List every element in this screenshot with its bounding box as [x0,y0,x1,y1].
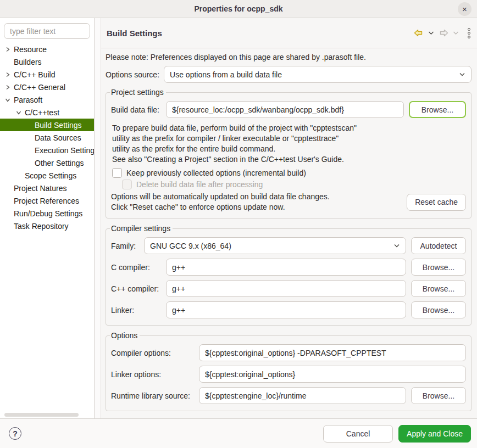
project-settings-legend: Project settings [110,88,166,97]
sidebar-item-cpp-general[interactable]: C/C++ General [0,81,94,93]
linker-browse-button[interactable]: Browse... [411,301,466,318]
options-group: Options Compiler options: Linker options… [106,331,472,411]
compiler-settings-legend: Compiler settings [110,224,173,233]
chevron-down-icon[interactable] [14,110,23,115]
linker-options-label: Linker options: [111,370,199,379]
page-header: Build Settings [101,18,477,48]
sidebar-item-cpp-build[interactable]: C/C++ Build [0,68,94,81]
apply-and-close-button[interactable]: Apply and Close [398,425,471,443]
keep-options-checkbox-row[interactable]: Keep previously collected options (incre… [112,168,466,178]
sidebar-item-resource[interactable]: Resource [0,43,94,55]
page-content: Please note: Preferences displayed on th… [101,48,477,418]
sidebar-item-project-references[interactable]: Project References [0,194,94,207]
sidebar-item-parasoft[interactable]: Parasoft [0,93,94,106]
chevron-right-icon[interactable] [3,47,12,52]
linker-input[interactable] [166,301,406,318]
linker-options-input[interactable] [199,366,466,383]
runtime-library-input[interactable] [199,387,406,404]
cpp-compiler-label: C++ compiler: [111,284,166,293]
back-history-chevron-icon[interactable] [428,31,434,35]
build-data-file-help: To prepare build data file, perform buil… [112,123,466,165]
properties-dialog: Properties for ocpp_sdk × Resource Build… [0,0,477,448]
auto-update-note: Options will be automatically updated on… [111,192,407,212]
compiler-options-input[interactable] [199,344,466,361]
project-settings-group: Project settings Build data file: Browse… [106,88,472,219]
chevron-down-icon [393,243,400,248]
window-title: Properties for ocpp_sdk [194,4,282,13]
runtime-library-browse-button[interactable]: Browse... [411,387,466,404]
shared-preferences-note: Please note: Preferences displayed on th… [106,53,472,61]
forward-arrow-icon [439,29,448,37]
sidebar-item-build-settings[interactable]: Build Settings [0,119,94,131]
linker-label: Linker: [111,306,166,315]
forward-history-chevron-icon [453,31,459,35]
autodetect-button[interactable]: Autodetect [411,237,466,254]
options-legend: Options [110,331,140,340]
preferences-sidebar: Resource Builders C/C++ Build C/C++ Gene… [0,18,95,418]
delete-bdf-checkbox [122,180,132,189]
sidebar-item-execution-settings[interactable]: Execution Settings [0,144,94,156]
chevron-right-icon[interactable] [3,72,12,77]
compiler-settings-group: Compiler settings Family: GNU GCC 9.x (x… [106,224,472,326]
reset-cache-button[interactable]: Reset cache [407,194,466,211]
close-button[interactable]: × [458,2,472,16]
filter-input[interactable] [4,23,90,39]
view-menu-icon[interactable] [468,27,470,40]
sidebar-item-scope-settings[interactable]: Scope Settings [0,169,94,182]
help-button[interactable]: ? [9,427,21,440]
options-source-label: Options source: [106,70,164,79]
build-data-file-input[interactable] [166,101,404,118]
sidebar-item-task-repository[interactable]: Task Repository [0,220,94,232]
chevron-down-icon [459,72,465,77]
c-compiler-browse-button[interactable]: Browse... [411,259,466,276]
delete-bdf-checkbox-row: Delete build data file after processing [122,180,466,189]
sidebar-item-builders[interactable]: Builders [0,55,94,68]
dialog-footer: ? Cancel Apply and Close [0,418,477,448]
sidebar-item-other-settings[interactable]: Other Settings [0,156,94,169]
runtime-library-label: Runtime library source: [111,391,199,400]
family-select[interactable]: GNU GCC 9.x (x86_64) [144,237,406,254]
sidebar-item-cpptest[interactable]: C/C++test [0,106,94,119]
build-data-file-browse-button[interactable]: Browse... [409,101,466,118]
compiler-options-label: Compiler options: [111,349,199,357]
panel-sash[interactable] [95,18,101,418]
titlebar: Properties for ocpp_sdk × [0,0,477,18]
page-title: Build Settings [107,29,414,38]
chevron-right-icon[interactable] [3,85,12,90]
back-arrow-icon[interactable] [414,29,424,37]
keep-options-checkbox[interactable] [112,168,122,178]
chevron-down-icon[interactable] [3,97,12,103]
sidebar-item-data-sources[interactable]: Data Sources [0,131,94,144]
build-data-file-label: Build data file: [111,105,166,114]
c-compiler-label: C compiler: [111,263,166,272]
help-icon: ? [13,429,18,438]
cpp-compiler-input[interactable] [166,280,406,297]
family-label: Family: [111,242,144,250]
sidebar-item-project-natures[interactable]: Project Natures [0,182,94,194]
preferences-tree: Resource Builders C/C++ Build C/C++ Gene… [0,43,94,418]
sidebar-item-run-debug-settings[interactable]: Run/Debug Settings [0,207,94,220]
options-source-select[interactable]: Use options from a build data file [164,66,472,83]
build-settings-panel: Build Settings [101,18,477,418]
cancel-button[interactable]: Cancel [323,425,393,443]
cpp-compiler-browse-button[interactable]: Browse... [411,280,466,297]
close-icon: × [462,5,467,13]
c-compiler-input[interactable] [166,259,406,276]
sidebar-horizontal-scrollbar[interactable] [4,413,79,417]
